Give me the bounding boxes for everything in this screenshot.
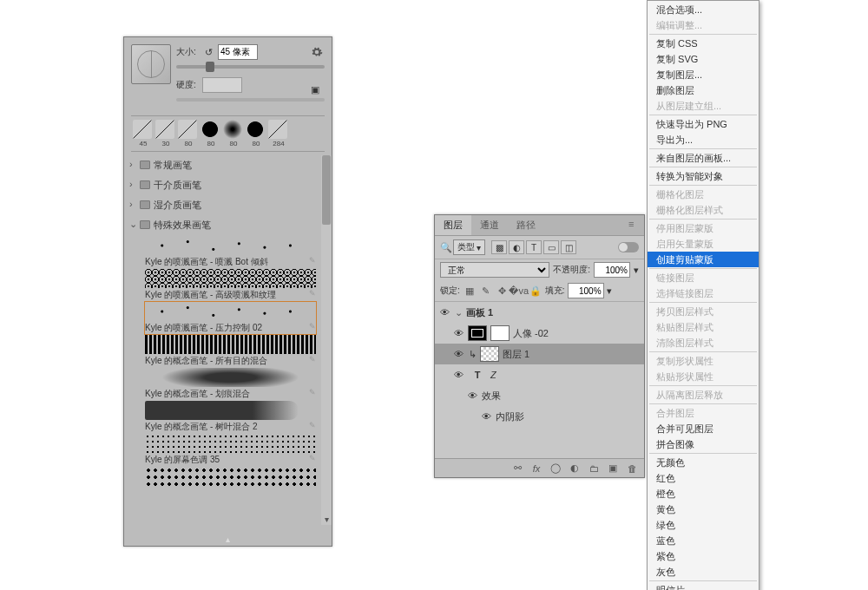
trash-icon[interactable]: 🗑	[625, 462, 639, 475]
filter-toggle[interactable]	[618, 242, 639, 252]
layer-artboard[interactable]: 👁 ⌄ 画板 1	[435, 302, 644, 323]
brush-item[interactable]: Kyle 的喷溅画笔 - 高级喷溅和纹理✎	[145, 269, 316, 301]
preset-item[interactable]: 80	[201, 120, 221, 148]
size-slider[interactable]	[176, 65, 325, 69]
edit-icon[interactable]: ✎	[309, 454, 316, 466]
brush-item[interactable]	[145, 467, 316, 486]
scroll-down-icon[interactable]: ▾	[321, 515, 332, 525]
brush-item-selected[interactable]: Kyle 的喷溅画笔 - 压力控制 02✎	[145, 302, 316, 334]
preset-item[interactable]: 30	[155, 120, 176, 148]
lock-all-icon[interactable]: 🔒	[529, 285, 542, 297]
disclosure-icon[interactable]: ⌄	[454, 307, 463, 318]
filter-smart-icon[interactable]: ◫	[561, 240, 576, 254]
folder-normal-brushes[interactable]: 常规画笔	[124, 155, 319, 175]
layer-text-row[interactable]: 👁 T Z	[435, 364, 644, 385]
menu-item[interactable]: 导出为...	[648, 132, 759, 148]
menu-item[interactable]: 拼合图像	[648, 436, 759, 452]
scrollbar-thumb[interactable]	[322, 155, 331, 225]
group-icon[interactable]: 🗀	[587, 462, 601, 475]
menu-item[interactable]: 橙色	[648, 486, 759, 502]
filter-kind-select[interactable]: 类型 ▾	[453, 239, 485, 255]
tab-layers[interactable]: 图层	[435, 215, 471, 235]
layer-thumbnail[interactable]	[468, 325, 487, 341]
menu-item[interactable]: 蓝色	[648, 533, 759, 548]
folder-wet-brushes[interactable]: 湿介质画笔	[124, 195, 319, 215]
folder-fx-brushes[interactable]: 特殊效果画笔	[124, 215, 319, 235]
brush-item[interactable]: Kyle 的概念画笔 - 所有目的混合✎	[145, 335, 316, 367]
lock-trans-icon[interactable]: ▦	[463, 285, 477, 297]
visibility-icon[interactable]: 👁	[466, 390, 478, 402]
layer-row-selected[interactable]: 👁 ↳ 图层 1	[435, 344, 644, 364]
lock-paint-icon[interactable]: ✎	[479, 285, 493, 297]
edit-icon[interactable]: ✎	[309, 421, 316, 433]
menu-item[interactable]: 混合选项...	[648, 2, 759, 17]
menu-item[interactable]: 创建剪贴蒙版	[648, 252, 759, 267]
brush-item[interactable]: Kyle 的概念画笔 - 划痕混合✎	[145, 368, 316, 400]
menu-item[interactable]: 红色	[648, 470, 759, 486]
brush-item[interactable]: Kyle 的喷溅画笔 - 喷溅 Bot 倾斜✎	[145, 236, 316, 268]
panel-menu-icon[interactable]: ≡	[628, 219, 641, 231]
filter-shape-icon[interactable]: ▭	[543, 240, 559, 254]
edit-icon[interactable]: ✎	[309, 355, 316, 367]
visibility-icon[interactable]: 👁	[438, 306, 450, 318]
brush-angle-preview[interactable]	[131, 44, 171, 84]
menu-item[interactable]: 复制 SVG	[648, 51, 759, 67]
fill-input[interactable]	[568, 283, 604, 298]
size-input[interactable]	[218, 44, 258, 60]
layer-thumbnail[interactable]	[480, 346, 499, 362]
resize-handle-icon[interactable]: ▴	[226, 534, 230, 544]
filter-adjust-icon[interactable]: ◐	[509, 240, 524, 254]
lock-artboard-icon[interactable]: �va	[512, 285, 526, 297]
mask-icon[interactable]: ◯	[549, 462, 562, 475]
menu-item[interactable]: 转换为智能对象	[648, 168, 759, 184]
gear-icon[interactable]	[311, 46, 323, 58]
preset-item[interactable]: 45	[133, 120, 154, 148]
menu-item[interactable]: 来自图层的画板...	[648, 150, 759, 166]
fx-icon[interactable]: fx	[529, 462, 543, 475]
link-icon[interactable]: ⚯	[510, 462, 524, 475]
visibility-icon[interactable]: 👁	[480, 410, 492, 423]
visibility-icon[interactable]: 👁	[452, 369, 464, 381]
new-layer-icon[interactable]: ▣	[606, 462, 620, 475]
create-preset-icon[interactable]: ▣	[311, 84, 323, 96]
menu-item[interactable]: 灰色	[648, 564, 759, 580]
hardness-input[interactable]	[202, 77, 242, 93]
chevron-down-icon[interactable]: ▾	[634, 265, 639, 276]
opacity-input[interactable]	[594, 262, 630, 278]
filter-pixel-icon[interactable]: ▩	[491, 240, 507, 254]
preset-item[interactable]: 80	[246, 120, 266, 148]
menu-item[interactable]: 无颜色	[648, 455, 759, 470]
adjustment-icon[interactable]: ◐	[568, 462, 582, 475]
edit-icon[interactable]: ✎	[309, 289, 316, 301]
folder-dry-brushes[interactable]: 干介质画笔	[124, 175, 319, 195]
scrollbar[interactable]: ▾	[321, 155, 332, 525]
menu-item[interactable]: 紫色	[648, 548, 759, 564]
visibility-icon[interactable]: 👁	[452, 348, 464, 360]
edit-icon[interactable]: ✎	[309, 322, 316, 334]
menu-item[interactable]: 删除图层	[648, 82, 759, 98]
tab-channels[interactable]: 通道	[471, 215, 508, 235]
menu-item[interactable]: 合并可见图层	[648, 421, 759, 436]
search-icon[interactable]: 🔍	[440, 242, 450, 252]
layer-fx-item[interactable]: 👁 内阴影	[435, 406, 644, 427]
preset-item[interactable]: 284	[268, 120, 289, 148]
menu-item[interactable]: 明信片	[648, 582, 759, 590]
visibility-icon[interactable]: 👁	[452, 327, 464, 339]
chevron-down-icon[interactable]: ▾	[607, 285, 612, 297]
menu-item[interactable]: 快速导出为 PNG	[648, 116, 759, 132]
menu-item[interactable]: 绿色	[648, 517, 759, 533]
brush-item[interactable]: Kyle 的概念画笔 - 树叶混合 2✎	[145, 401, 316, 433]
preset-item[interactable]: 80	[178, 120, 199, 148]
lock-move-icon[interactable]: ✥	[496, 285, 510, 297]
edit-icon[interactable]: ✎	[309, 256, 316, 268]
brush-item[interactable]: Kyle 的屏幕色调 35✎	[145, 434, 316, 466]
hardness-slider[interactable]	[176, 98, 325, 102]
tab-paths[interactable]: 路径	[508, 215, 544, 235]
reset-size-icon[interactable]: ↺	[202, 46, 214, 58]
menu-item[interactable]: 复制 CSS	[648, 36, 759, 51]
layer-row[interactable]: 👁 人像 -02	[435, 323, 644, 344]
layer-fx-row[interactable]: 👁 效果	[435, 385, 644, 406]
filter-type-icon[interactable]: T	[526, 240, 542, 254]
preset-item[interactable]: 80	[223, 120, 244, 148]
menu-item[interactable]: 复制图层...	[648, 67, 759, 82]
